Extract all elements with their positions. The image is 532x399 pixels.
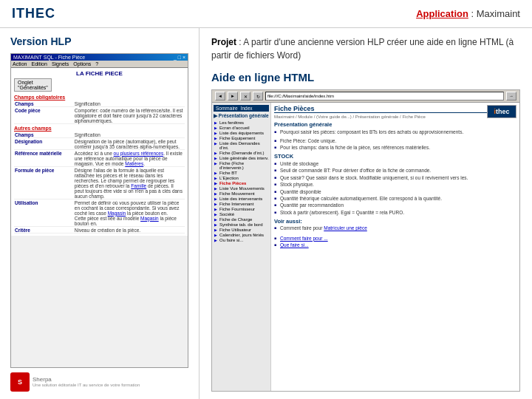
browser-nav: Sommaire Index ▶ Présentation générale L… — [212, 103, 271, 391]
browser-body: Sommaire Index ▶ Présentation générale L… — [212, 103, 519, 391]
nav-item-fourn[interactable]: Fiche Fournisseur — [214, 206, 269, 211]
nav-item-mouvements[interactable]: Liste Vue Mouvements — [214, 185, 269, 191]
window-heading: LA FICHE PIECE — [14, 70, 185, 77]
nav-item-fiche-interv[interactable]: Fiche (Fiche d'interventr.) — [214, 160, 269, 170]
sherpa-name: Sherpa — [33, 376, 140, 383]
sherpa-text: Sherpa Une solution éditoriale IT au ser… — [33, 376, 140, 389]
cell-champ: Champs — [14, 132, 74, 138]
window-titlebar: MAXIMAINT SQL - Fiche Pièce _ □ × — [11, 54, 188, 61]
menu-action[interactable]: Action — [13, 61, 27, 66]
window-menu: Action Edition Signets Options ? — [11, 61, 188, 68]
table-row: Formule de pièce Désigne l'alias de la f… — [14, 167, 185, 200]
content-item: Stock à partir (arborescent). Egal = Qua… — [274, 209, 516, 216]
nav-item-liste-bt[interactable]: Fiche BT — [214, 170, 269, 175]
nav-item-fiche-demande[interactable]: Fiche (Demande d'int.) — [214, 150, 269, 155]
nav-item-intervenants[interactable]: Liste des intervenants — [214, 196, 269, 201]
content-item-faire[interactable]: Comment faire pour ... — [274, 235, 516, 242]
nav-item-utilisateur[interactable]: Fiche Utilisateur — [214, 227, 269, 232]
sherpa-tagline: Une solution éditoriale IT au service de… — [33, 383, 140, 388]
nav-item-societe[interactable]: Société — [214, 211, 269, 216]
bottom-links: Comment faire pour ... Que faire si... — [274, 235, 516, 249]
ithec-logo-container: ithec — [487, 105, 516, 120]
nav-sommaire[interactable]: Sommaire — [216, 106, 238, 111]
autres-table: Champs Signification Désignation Désigna… — [14, 132, 185, 233]
nav-index[interactable]: Index — [241, 106, 253, 111]
left-panel-title: Version HLP — [10, 35, 188, 47]
content-item: Stock physique. — [274, 182, 516, 188]
nav-item-accueil[interactable]: Ecran d'accueil — [214, 125, 269, 130]
section-autres: Autres champs — [14, 126, 185, 131]
content-section-presentation: Présentation générale — [274, 121, 516, 128]
nav-header: Sommaire Index — [214, 105, 269, 112]
html-help-browser: ◄ ► ✕ ↻ file:///C:/Maximaint/aide/index.… — [211, 89, 520, 392]
main-content: Version HLP MAXIMAINT SQL - Fiche Pièce … — [0, 28, 532, 399]
table-row: Désignation Désignation de la pièce (aut… — [14, 138, 185, 150]
cell-desc: Accédez ici à une ou plusieurs référence… — [74, 150, 185, 167]
nav-item-fenetres[interactable]: Les fenêtres — [214, 120, 269, 125]
cell-champ: Champs — [14, 100, 74, 107]
forward-button[interactable]: ► — [228, 92, 238, 100]
cell-champ: Désignation — [14, 138, 74, 150]
menu-help[interactable]: ? — [95, 61, 98, 66]
project-label: Projet — [211, 37, 236, 47]
nav-item-ejection[interactable]: L'Ejection — [214, 175, 269, 180]
company-name: ITHEC — [12, 6, 55, 21]
nav-item-liste-interv[interactable]: Liste générale des interv. — [214, 155, 269, 160]
content-section-stock: STOCK — [274, 153, 516, 160]
window-tab[interactable]: Onglet"Généralités" — [14, 78, 52, 92]
content-item: Que saisir? Que saisir dans le stock. Mo… — [274, 174, 516, 181]
top-bar: ITHEC Application : Maximaint — [0, 0, 532, 28]
menu-signets[interactable]: Signets — [52, 61, 69, 66]
stop-button[interactable]: ✕ — [240, 92, 250, 100]
app-label: Application — [416, 8, 468, 19]
nav-item-calendrier[interactable]: Calendrier, jours fériés — [214, 232, 269, 237]
nav-item-fiche-mouv[interactable]: Fiche Mouvement — [214, 191, 269, 196]
nav-item-charge[interactable]: Fiche de Charge — [214, 216, 269, 222]
page-container: ITHEC Application : Maximaint Version HL… — [0, 0, 532, 399]
menu-edition[interactable]: Edition — [31, 61, 47, 66]
voir-aussi-link[interactable]: Matriculer une pièce — [324, 225, 367, 231]
left-panel: Version HLP MAXIMAINT SQL - Fiche Pièce … — [0, 28, 200, 399]
back-button[interactable]: ◄ — [215, 92, 225, 100]
cell-desc: Comporter: code numéro de la référence/s… — [74, 107, 185, 124]
nav-item-quefaire[interactable]: Ou faire si... — [214, 237, 269, 242]
content-item-voir-aussi: Comment faire pour Matriculer une pièce — [274, 225, 516, 232]
browser-page-title: Fiche Pièces — [274, 105, 516, 113]
nav-item-equipements[interactable]: Liste des équipements — [214, 130, 269, 135]
menu-options[interactable]: Options — [73, 61, 91, 66]
nav-item-demandes[interactable]: Liste des Demandes d'int. — [214, 140, 269, 150]
table-row: Champs Signification — [14, 100, 185, 107]
cell-desc: Signification — [74, 132, 185, 138]
nav-item-synthese[interactable]: Synthèse tab. de bord — [214, 222, 269, 227]
colon: : — [468, 8, 477, 19]
nav-item-fiche-interv2[interactable]: Fiche Intervenant — [214, 201, 269, 206]
nav-item-fiche-equip[interactable]: Fiche Equipement — [214, 135, 269, 140]
content-item: Pourquoi saisir les pièces: composant le… — [274, 129, 516, 135]
project-info: Projet : A partir d'une ancienne version… — [211, 35, 520, 62]
cell-desc: Permet de définir où vous pouvez utilise… — [74, 200, 185, 227]
content-item: Seuil de commande BT: Pour dériver d'off… — [274, 168, 516, 174]
table-row: Référence matérielle Accédez ici à une o… — [14, 150, 185, 167]
nav-item-pieces[interactable]: Fiche Pièces — [214, 180, 269, 185]
hlp-window: MAXIMAINT SQL - Fiche Pièce _ □ × Action… — [10, 53, 188, 368]
table-row: Utilisation Permet de définir où vous po… — [14, 200, 185, 227]
browser-toolbar: ◄ ► ✕ ↻ file:///C:/Maximaint/aide/index.… — [212, 90, 519, 103]
cell-champ: Formule de pièce — [14, 167, 74, 200]
address-bar[interactable]: file:///C:/Maximaint/aide/index.htm — [265, 92, 504, 100]
table-row: Critère Niveau de création de la pièce. — [14, 227, 185, 233]
obligatoire-table: Champs Signification Code pièce Comporte… — [14, 100, 185, 124]
cell-desc: Signification — [74, 100, 185, 107]
sherpa-icon: S — [10, 372, 30, 392]
table-row: Champs Signification — [14, 132, 185, 138]
content-item-quefaire[interactable]: Que faire si... — [274, 242, 516, 249]
cell-desc: Niveau de création de la pièce. — [74, 227, 185, 233]
refresh-button[interactable]: ↻ — [253, 92, 263, 100]
content-item: Quantité théorique calculée automatiquem… — [274, 196, 516, 202]
window-controls: _ □ × — [174, 55, 185, 60]
cell-champ: Utilisation — [14, 200, 74, 227]
cell-champ: Critère — [14, 227, 74, 233]
app-name: Maximaint — [477, 8, 520, 19]
window-body: LA FICHE PIECE Onglet"Généralités" Champ… — [11, 68, 188, 236]
go-button[interactable]: → — [506, 92, 516, 100]
ithec-logo-i: i — [494, 108, 496, 115]
